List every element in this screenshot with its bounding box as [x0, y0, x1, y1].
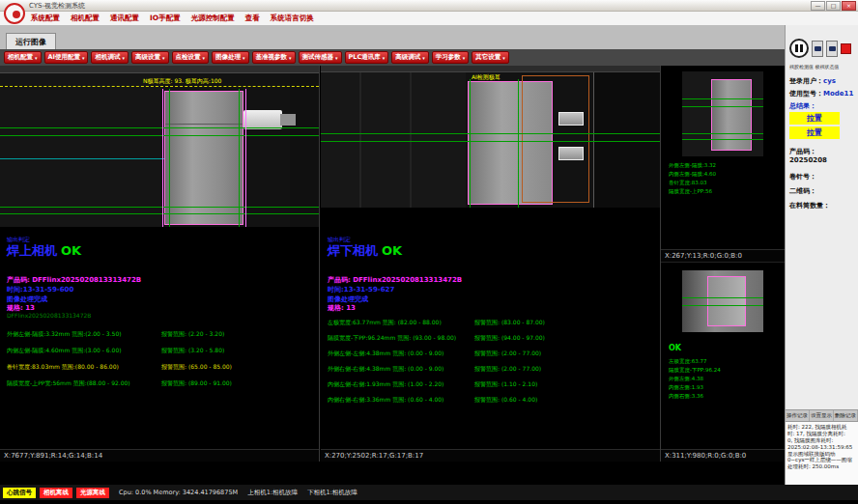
toolbar-image-processing[interactable]: 图像处理▾	[212, 51, 249, 64]
machine-part	[593, 72, 594, 208]
log-line: 0, 找隔膜图库耗时:	[787, 437, 856, 444]
ok-status: OK	[669, 344, 681, 352]
overlay-line	[0, 135, 319, 136]
overlay-line	[245, 89, 246, 227]
product-code-value: 20250208	[789, 156, 827, 164]
overlay-line	[321, 133, 660, 134]
chevron-down-icon: ▾	[335, 55, 338, 61]
heartbeat-badge: 心跳信号	[3, 488, 36, 498]
ok-status: OK	[61, 243, 81, 258]
overlay-line	[239, 89, 240, 227]
thumbnail-result-line: 隔膜宽度-下PP:96.24	[669, 367, 721, 374]
tab-strip: 运行图像	[0, 25, 785, 49]
machine-part	[593, 72, 660, 208]
camera-icon	[829, 46, 836, 51]
pause-button[interactable]	[789, 39, 809, 58]
overlay-line	[0, 213, 319, 214]
overlay-line	[518, 79, 519, 208]
tab-run-image[interactable]: 运行图像	[6, 33, 56, 49]
connector-part	[243, 110, 282, 129]
machine-part	[165, 124, 243, 125]
minimize-button[interactable]: —	[811, 1, 825, 11]
camera-name: 焊下相机	[328, 242, 378, 260]
toolbar-button-label: 学习参数	[436, 53, 461, 62]
toolbar-plc-comm[interactable]: PLC通讯库▾	[345, 51, 389, 64]
upper-camera-image: N极耳高度: 93. 极耳内高:100	[0, 66, 319, 227]
camera-result-title: 焊下相机 OK	[328, 242, 402, 260]
menu-language-switch[interactable]: 系统语言切换	[271, 14, 314, 23]
ops-log-tab[interactable]: 操作记录	[786, 410, 810, 421]
log-line: 0~cys一样上层绕——图缩	[787, 457, 856, 463]
measurement-text: 内侧左侧-隔膜:4.60mm 范围:(3.00 - 6.00)	[7, 347, 122, 353]
lower-camera-button[interactable]	[826, 41, 838, 57]
upper-camera-status-text: 上相机1:相机故障	[247, 489, 298, 497]
log-line: 时: 17, 找隔膜分离耗时:	[787, 431, 856, 437]
product-code-label: 产品码：	[789, 148, 816, 155]
toolbar-ai-config[interactable]: AI使用配置▾	[44, 51, 89, 64]
menu-light-config[interactable]: 光源控制配置	[191, 14, 235, 23]
chevron-down-icon: ▾	[422, 55, 425, 61]
lower-thumbnail-view[interactable]: OK 左极宽度:63.77 隔膜宽度-下PP:96.24 外侧左侧:4.38 内…	[661, 262, 785, 462]
menu-camera-config[interactable]: 相机配置	[71, 14, 100, 23]
alarm-range-text: 报警范围: (2.00 - 77.00)	[474, 365, 541, 374]
menu-view[interactable]: 查看	[245, 14, 260, 23]
measurement-row: 外侧右侧-右侧:4.38mm 范围: (0.00 - 9.00)报警范围: (2…	[328, 365, 658, 374]
ops-clear-tab[interactable]: 删除记录	[834, 410, 858, 421]
highlight-block	[164, 91, 243, 225]
operation-log-header: 操作记录 设置显示 删除记录	[786, 410, 858, 422]
toolbar-advanced-settings[interactable]: 高级设置▾	[131, 51, 169, 64]
alarm-range-text: 报警范围: (83.00 - 87.00)	[474, 319, 545, 327]
stop-button[interactable]	[841, 43, 851, 54]
ok-status: OK	[382, 243, 402, 258]
ai-detect-overlay-label: AI检测极耳	[472, 73, 500, 82]
measurement-text: 内侧左侧-右侧:1.93mm 范围: (1.00 - 2.20)	[328, 380, 443, 387]
toolbar-camera-config[interactable]: 相机配置▾	[4, 51, 42, 64]
toolbar-sensor-test[interactable]: 测试传感器▾	[299, 51, 342, 64]
toolbar-button-label: 图像处理	[215, 53, 241, 62]
run-controls	[789, 39, 851, 58]
menu-system-config[interactable]: 系统配置	[31, 14, 60, 23]
toolbar-calibration-params[interactable]: 基准视参数▾	[252, 51, 296, 64]
thumbnail-result-line: 内侧左侧:1.93	[669, 384, 703, 391]
overlay-line	[470, 79, 471, 208]
lower-camera-view[interactable]: AI检测极耳 输出判定 焊下相机 OK 产品码: DFFlinx20250208…	[321, 66, 661, 462]
thumbnail-result-line: 隔膜宽度-上PP:56	[669, 188, 712, 195]
thumbnail-result-line: 左极宽度:63.77	[669, 358, 707, 365]
machine-part	[359, 72, 361, 208]
thumbnail-result-line: 外侧左侧:4.38	[669, 376, 703, 382]
upper-camera-view[interactable]: N极耳高度: 93. 极耳内高:100 输出判定 焊上相机 OK 产品码: DF…	[0, 66, 320, 462]
camera-name: 焊上相机	[7, 242, 57, 260]
pixel-coordinate-readout: X:7677;Y:891;R:14;G:14;B:14	[0, 449, 319, 462]
maximize-button[interactable]: □	[826, 1, 841, 11]
lower-camera-status-text: 下相机1:相机故障	[307, 489, 358, 497]
upper-camera-button[interactable]	[812, 41, 823, 57]
chevron-down-icon: ▾	[289, 55, 292, 61]
toolbar-spot-check[interactable]: 点检设置▾	[172, 51, 210, 64]
toolbar-learning-params[interactable]: 学习参数▾	[432, 51, 470, 64]
overlay-line	[682, 98, 763, 99]
alarm-range-text: 报警范围: (0.60 - 4.00)	[474, 396, 537, 405]
toolbar-camera-debug[interactable]: 相机调试▾	[91, 51, 129, 64]
status-bar: 心跳信号 相机离线 光源离线 Cpu: 0.0% Memory: 3424.41…	[0, 485, 858, 500]
measurement-text: 外侧右侧-右侧:4.38mm 范围: (0.00 - 9.00)	[328, 365, 443, 372]
toolbar-other-settings[interactable]: 其它设置▾	[472, 51, 509, 64]
ops-display-tab[interactable]: 设置显示	[810, 410, 834, 421]
chevron-down-icon: ▾	[383, 55, 386, 61]
close-button[interactable]: ×	[842, 1, 856, 11]
thumbnail-result-line: 外侧左侧-隔膜:3.32	[669, 162, 716, 169]
menu-comm-config[interactable]: 通讯配置	[110, 14, 139, 23]
measurement-text: 外侧左侧-左侧:4.38mm 范围: (0.00 - 9.00)	[328, 350, 443, 356]
alarm-range-text: 报警范围: (89.00 - 91.00)	[161, 379, 232, 388]
machine-part	[0, 66, 319, 72]
upper-thumbnail-view[interactable]: 外侧左侧-隔膜:3.32 内侧左侧-隔膜:4.60 卷针宽度:83.03 隔膜宽…	[661, 66, 785, 262]
connector-part	[280, 114, 296, 126]
operation-log[interactable]: 耗时: 222, 找隔膜相机耗 时: 17, 找隔膜分离耗时: 0, 找隔膜图库…	[786, 422, 858, 485]
alarm-range-text: 报警范围: (2.00 - 77.00)	[474, 350, 541, 358]
menu-io-config[interactable]: IO手配置	[150, 14, 181, 23]
capture-time-text: 时间:13-31-59-600	[7, 285, 73, 294]
pixel-coordinate-readout: X:270;Y:2502;R:17;G:17;B:17	[321, 449, 660, 462]
toolbar-advanced-debug[interactable]: 高级调试▾	[391, 51, 429, 64]
thumbnail-result-line: 内侧右侧:3.36	[669, 393, 703, 400]
overlay-dashed-line	[0, 86, 319, 87]
side-panel: 残胶检测值 极残状态值 登录用户：cys 使用型号：Mode11 总结果： 拉置…	[785, 25, 858, 485]
